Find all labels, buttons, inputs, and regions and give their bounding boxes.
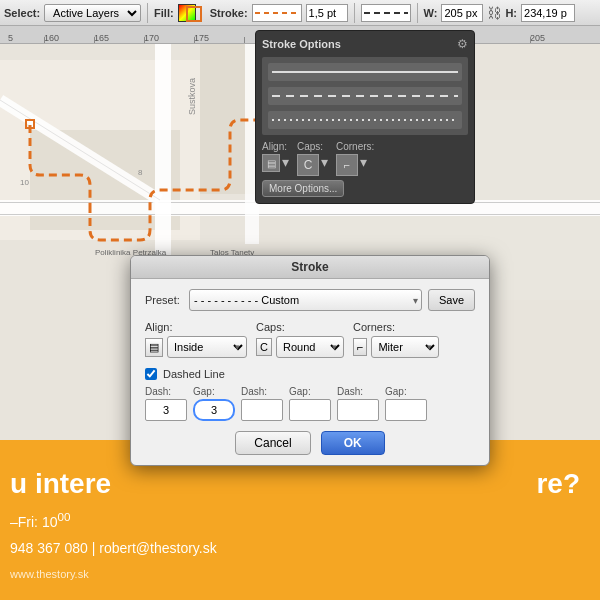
stroke-label: Stroke: <box>210 7 248 19</box>
dash1-input[interactable] <box>145 399 187 421</box>
save-button[interactable]: Save <box>428 289 475 311</box>
dashed-line-checkbox[interactable] <box>145 368 157 380</box>
cancel-button[interactable]: Cancel <box>235 431 310 455</box>
fill-stroke-widget[interactable] <box>178 0 206 26</box>
corners-arrow[interactable]: ▾ <box>360 154 367 176</box>
gap2-group: Gap: <box>289 386 331 421</box>
height-input[interactable] <box>521 4 575 22</box>
active-layers-select[interactable]: Active Layers <box>44 4 141 22</box>
dash-gap-row: Dash: Gap: Dash: Gap: Dash: Gap: <box>145 386 475 421</box>
solid-line <box>272 71 458 73</box>
caps-icon[interactable]: C <box>297 154 319 176</box>
stroke-dialog-body: Preset: - - - - - - - - - - Custom ▾ Sav… <box>131 279 489 465</box>
bottom-text-1: u intere <box>10 468 111 499</box>
stroke-solid-option[interactable] <box>268 63 462 81</box>
corners-select-row: ⌐ Miter Round Bevel ▾ <box>353 336 432 358</box>
dash-style-select[interactable] <box>361 4 411 22</box>
corners-label-small: Corners: <box>336 141 374 152</box>
corners-label: Corners: <box>353 321 432 333</box>
stroke-dialog-title: Stroke <box>291 260 328 274</box>
dash2-input[interactable] <box>241 399 283 421</box>
separator-2 <box>354 3 355 23</box>
stroke-dotted-option[interactable] <box>268 111 462 129</box>
dashed-line <box>272 95 458 97</box>
align-icon[interactable]: ▤ <box>145 338 163 357</box>
align-arrow[interactable]: ▾ <box>282 154 289 172</box>
separator-1 <box>147 3 148 23</box>
dash1-group: Dash: <box>145 386 187 421</box>
gap1-input[interactable] <box>193 399 235 421</box>
caps-icon-main[interactable]: C <box>256 338 272 356</box>
gap3-input[interactable] <box>385 399 427 421</box>
preset-row: Preset: - - - - - - - - - - Custom ▾ Sav… <box>145 289 475 311</box>
preset-select-container: - - - - - - - - - - Custom ▾ <box>189 289 422 311</box>
stroke-dashed-option[interactable] <box>268 87 462 105</box>
gear-icon[interactable]: ⚙ <box>457 37 468 51</box>
dash3-input[interactable] <box>337 399 379 421</box>
gap1-group: Gap: <box>193 386 235 421</box>
corners-select[interactable]: Miter Round Bevel <box>371 336 439 358</box>
select-label: Select: <box>4 7 40 19</box>
preset-label: Preset: <box>145 294 183 306</box>
bottom-text-3: –Fri: 1000 <box>10 510 70 530</box>
caps-label-small: Caps: <box>297 141 328 152</box>
dash3-group: Dash: <box>337 386 379 421</box>
corners-group-main: Corners: ⌐ Miter Round Bevel ▾ <box>353 321 432 358</box>
link-icon[interactable]: ⛓ <box>487 5 501 21</box>
more-options-button[interactable]: More Options... <box>262 180 344 197</box>
stroke-options-bottom: Align: ▤ ▾ Caps: C ▾ Corners: ⌐ ▾ <box>262 141 468 176</box>
dashed-line-row: Dashed Line <box>145 368 475 380</box>
bottom-text-4: 948 367 080 | robert@thestory.sk <box>10 540 217 556</box>
gap2-input[interactable] <box>289 399 331 421</box>
dotted-line <box>272 119 458 121</box>
stroke-dash-preview[interactable] <box>252 4 302 22</box>
stroke-options-popup: Stroke Options ⚙ Align: ▤ ▾ Caps: C ▾ <box>255 30 475 204</box>
align-select[interactable]: Inside Outside Center <box>167 336 247 358</box>
svg-text:Sustkova: Sustkova <box>187 78 197 115</box>
stroke-dialog-titlebar: Stroke <box>131 256 489 279</box>
caps-select-row: C Round Butt Square ▾ <box>256 336 337 358</box>
stroke-dialog: Stroke Preset: - - - - - - - - - - Custo… <box>130 255 490 466</box>
caps-select[interactable]: Round Butt Square <box>276 336 344 358</box>
stroke-line-options <box>262 57 468 135</box>
toolbar: Select: Active Layers Fill: Stroke: W: ⛓… <box>0 0 600 26</box>
align-select-row: ▤ Inside Outside Center ▾ <box>145 336 240 358</box>
corners-icon[interactable]: ⌐ <box>336 154 358 176</box>
separator-3 <box>417 3 418 23</box>
caps-group-main: Caps: C Round Butt Square ▾ <box>256 321 337 358</box>
dash2-group: Dash: <box>241 386 283 421</box>
ok-button[interactable]: OK <box>321 431 385 455</box>
gap2-label: Gap: <box>289 386 331 397</box>
bottom-text-5: www.thestory.sk <box>10 568 89 580</box>
corners-group-small: Corners: ⌐ ▾ <box>336 141 374 176</box>
corners-icon-main[interactable]: ⌐ <box>353 338 367 356</box>
svg-text:10: 10 <box>20 178 29 187</box>
align-group: Align: ▤ ▾ <box>262 141 289 172</box>
align-group-main: Align: ▤ Inside Outside Center ▾ <box>145 321 240 358</box>
w-label: W: <box>424 7 438 19</box>
caps-arrow[interactable]: ▾ <box>321 154 328 176</box>
dashed-line-label: Dashed Line <box>163 368 225 380</box>
width-input[interactable] <box>441 4 483 22</box>
svg-text:8: 8 <box>138 168 143 177</box>
stroke-options-header: Stroke Options ⚙ <box>262 37 468 51</box>
align-icon-1[interactable]: ▤ <box>262 154 280 172</box>
svg-rect-7 <box>0 214 600 215</box>
stroke-size-input[interactable] <box>306 4 348 22</box>
caps-group: Caps: C ▾ <box>297 141 328 176</box>
align-label: Align: <box>145 321 240 333</box>
stroke-options-title: Stroke Options <box>262 38 341 50</box>
dash3-label: Dash: <box>337 386 379 397</box>
stroke-color-box[interactable] <box>186 6 202 22</box>
caps-label: Caps: <box>256 321 337 333</box>
dialog-buttons: Cancel OK <box>145 431 475 455</box>
preset-select[interactable]: - - - - - - - - - - Custom <box>189 289 422 311</box>
fill-label: Fill: <box>154 7 174 19</box>
gap3-group: Gap: <box>385 386 427 421</box>
h-label: H: <box>505 7 517 19</box>
gap1-label: Gap: <box>193 386 235 397</box>
dash1-label: Dash: <box>145 386 187 397</box>
bottom-text-2: re? <box>536 468 580 500</box>
dash2-label: Dash: <box>241 386 283 397</box>
gap3-label: Gap: <box>385 386 427 397</box>
